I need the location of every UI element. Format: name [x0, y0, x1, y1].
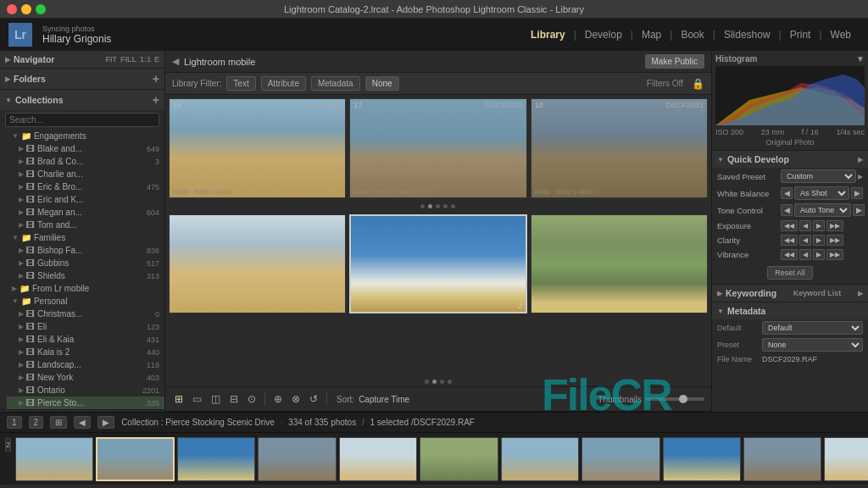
filmstrip-thumb-1[interactable]	[15, 437, 93, 481]
filmstrip-thumb-5[interactable]	[339, 437, 417, 481]
wb-prev-btn[interactable]: ◀	[781, 187, 793, 199]
metadata-header[interactable]: ▼ Metadata	[712, 302, 868, 319]
white-balance-select[interactable]: As Shot	[794, 186, 849, 200]
reset-all-button[interactable]: Reset All	[767, 266, 813, 280]
collection-tom[interactable]: ▶🎞Tom and...	[7, 219, 164, 231]
wb-next-btn[interactable]: ▶	[851, 187, 863, 199]
filmstrip-thumb-10[interactable]	[743, 437, 821, 481]
clarity-dec-btn[interactable]: ◀	[799, 235, 811, 246]
collection-megan[interactable]: ▶🎞Megan an...604	[7, 206, 164, 219]
forward-btn[interactable]: ▶	[97, 416, 114, 429]
vibrance-dec-btn[interactable]: ◀	[799, 249, 811, 260]
group-families[interactable]: ▼ 📁 Families	[0, 231, 164, 244]
metadata-preset-select[interactable]: None	[762, 338, 863, 352]
filmstrip-thumb-8[interactable]	[581, 437, 659, 481]
spray-tool-btn[interactable]: ⊕	[271, 391, 285, 407]
thumbnail-slider-knob[interactable]	[679, 395, 687, 403]
group-lr-mobile[interactable]: ▶ 📁 From Lr mobile	[0, 282, 164, 295]
clarity-inc-inc-btn[interactable]: ▶▶	[826, 235, 843, 246]
group-engagements[interactable]: ▼ 📁 Engagements	[0, 130, 164, 142]
filter-metadata[interactable]: Metadata	[311, 76, 360, 91]
tone-prev-btn[interactable]: ◀	[781, 204, 793, 216]
collection-gubbins[interactable]: ▶🎞Gubbins517	[7, 257, 164, 269]
folders-header[interactable]: ▶ Folders +	[0, 69, 164, 89]
nav-book[interactable]: Book	[672, 25, 712, 44]
filmstrip-thumb-11[interactable]	[824, 437, 868, 481]
clarity-inc-btn[interactable]: ▶	[813, 235, 825, 246]
filmstrip-thumb-7[interactable]	[501, 437, 579, 481]
photo-cell-dunes[interactable]	[169, 214, 346, 314]
exposure-inc-btn[interactable]: ▶	[813, 220, 825, 231]
collection-search-input[interactable]	[5, 113, 159, 127]
grid-view-btn[interactable]: ⊞	[172, 391, 186, 407]
collection-blake[interactable]: ▶🎞Blake and...649	[7, 142, 164, 155]
collection-charlie[interactable]: ▶🎞Charlie an...	[7, 168, 164, 180]
filter-tool-btn[interactable]: ⊗	[289, 391, 303, 407]
nav-library[interactable]: Library	[522, 25, 574, 44]
photo-cell-18[interactable]: 18 DSCF2031 RAW · 6000 x 4000	[531, 98, 708, 198]
thumbnail-slider[interactable]	[645, 397, 704, 401]
keywording-header[interactable]: ▶ Keywording Keyword List ▶	[712, 284, 868, 302]
collections-add-btn[interactable]: +	[153, 93, 159, 107]
collection-christmas[interactable]: ▶🎞Christmas...0	[7, 308, 164, 320]
navigator-header[interactable]: ▶ Navigator FIT FILL 1:1 E	[0, 51, 164, 68]
close-btn[interactable]	[7, 4, 17, 14]
vibrance-dec-dec-btn[interactable]: ◀◀	[781, 249, 798, 260]
photo-cell-green[interactable]	[531, 214, 708, 314]
loupe-view-btn[interactable]: ▭	[190, 391, 204, 407]
group-personal[interactable]: ▼ 📁 Personal	[0, 295, 164, 308]
histogram-header[interactable]: Histogram ▼	[715, 54, 865, 64]
nav-map[interactable]: Map	[633, 25, 670, 44]
survey-view-btn[interactable]: ⊟	[227, 391, 241, 407]
collection-kaia2[interactable]: ▶🎞Kaia is 2440	[7, 346, 164, 358]
collection-eli[interactable]: ▶🎞Eli123	[7, 320, 164, 333]
tone-control-select[interactable]: Auto Tone	[794, 203, 851, 217]
saved-preset-select[interactable]: Custom	[781, 169, 856, 183]
photo-cell-sky[interactable]: 2	[349, 214, 526, 314]
filmstrip-thumb-4[interactable]	[258, 437, 336, 481]
nav-develop[interactable]: Develop	[576, 25, 631, 44]
filmstrip-thumb-6[interactable]	[420, 437, 498, 481]
collection-landscape[interactable]: ▶🎞Landscap...119	[7, 358, 164, 371]
filter-none[interactable]: None	[365, 76, 399, 91]
collection-bishop[interactable]: ▶🎞Bishop Fa...836	[7, 244, 164, 257]
compare-view-btn[interactable]: ◫	[209, 391, 223, 407]
collection-eric-k[interactable]: ▶🎞Eric and K...	[7, 193, 164, 206]
metadata-default-select[interactable]: Default	[762, 321, 863, 335]
photo-cell-16[interactable]: 16 DSCF2028 RAW · 6066 x 4000	[169, 98, 346, 198]
nav-web[interactable]: Web	[822, 25, 860, 44]
exposure-dec-btn[interactable]: ◀	[799, 220, 811, 231]
nav-print[interactable]: Print	[782, 25, 820, 44]
minimize-btn[interactable]	[21, 4, 31, 14]
exposure-dec-dec-btn[interactable]: ◀◀	[781, 220, 798, 231]
filmstrip-thumb-2[interactable]	[96, 437, 174, 481]
saved-preset-arrow[interactable]: ▶	[858, 173, 863, 180]
quick-develop-header[interactable]: ▼ Quick Develop ▶	[712, 150, 868, 168]
rotate-tool-btn[interactable]: ↺	[307, 391, 320, 407]
filter-attribute[interactable]: Attribute	[261, 76, 306, 91]
collection-eli-kaia[interactable]: ▶🎞Eli & Kaia431	[7, 333, 164, 346]
collection-pierce[interactable]: ▶🎞Pierce Sto...335	[7, 396, 164, 409]
tone-next-btn[interactable]: ▶	[853, 204, 865, 216]
back-btn[interactable]: ◀	[74, 416, 91, 429]
collections-header[interactable]: ▼ Collections +	[0, 90, 164, 110]
people-view-btn[interactable]: ⊙	[245, 391, 259, 407]
prev-page-btn[interactable]: 1	[7, 416, 22, 429]
maximize-btn[interactable]	[36, 4, 46, 14]
collection-shields[interactable]: ▶🎞Shields313	[7, 269, 164, 282]
collection-eric-bro[interactable]: ▶🎞Eric & Bro...475	[7, 180, 164, 193]
collection-brad[interactable]: ▶🎞Brad & Co...3	[7, 155, 164, 168]
mobile-bar-collapse[interactable]: ◀	[172, 56, 179, 67]
clarity-dec-dec-btn[interactable]: ◀◀	[781, 235, 798, 246]
filmstrip-thumb-3[interactable]	[177, 437, 255, 481]
nav-slideshow[interactable]: Slideshow	[715, 25, 779, 44]
filmstrip-thumb-9[interactable]	[663, 437, 741, 481]
collection-ontario[interactable]: ▶🎞Ontario2201	[7, 384, 164, 396]
sort-value[interactable]: Capture Time	[359, 395, 409, 404]
collection-newyork[interactable]: ▶🎞New York403	[7, 371, 164, 384]
make-public-button[interactable]: Make Public	[645, 54, 704, 69]
exposure-inc-inc-btn[interactable]: ▶▶	[826, 220, 843, 231]
photo-cell-17[interactable]: 17 DSCF2029 RAW+JPEG · 5666 x 3778	[349, 98, 526, 198]
vibrance-inc-inc-btn[interactable]: ▶▶	[826, 249, 843, 260]
next-page-btn[interactable]: 2	[29, 416, 44, 429]
